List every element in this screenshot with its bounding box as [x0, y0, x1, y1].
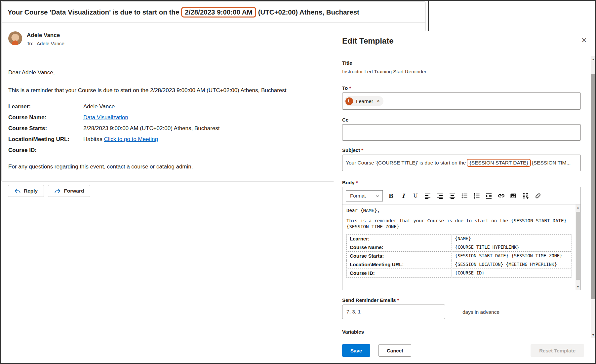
- to-label: To:: [27, 41, 33, 46]
- underline-icon[interactable]: U: [412, 192, 419, 200]
- dialog-scrollbar[interactable]: ▲ ▼: [591, 56, 596, 338]
- table-row: Location\Meeting URL:{SESSION LOCATION} …: [347, 260, 572, 269]
- meeting-link[interactable]: Click to go to Meeting: [104, 136, 158, 142]
- indent-icon[interactable]: [485, 192, 493, 200]
- required-asterisk: *: [356, 180, 358, 185]
- forward-icon: [54, 188, 61, 194]
- chip-avatar: L: [345, 97, 353, 105]
- recipient-line: To:Adele Vance: [27, 41, 64, 46]
- table-row: Course Starts:{SESSION START DATE} {SESS…: [347, 252, 572, 260]
- scroll-down-icon[interactable]: ▼: [591, 333, 596, 337]
- body-editor: Format B I U Dear {NAME}, This is a: [342, 187, 581, 290]
- reminder-days-input[interactable]: 7, 3, 1: [342, 305, 445, 319]
- avatar: [8, 31, 22, 45]
- required-asterisk: *: [349, 85, 351, 91]
- template-greeting: Dear {NAME},: [346, 208, 571, 214]
- scroll-up-icon[interactable]: ▲: [591, 57, 596, 61]
- reminder-suffix: days in advance: [462, 309, 499, 315]
- sender-name: Adele Vance: [27, 31, 64, 39]
- align-center-icon[interactable]: [448, 192, 456, 200]
- subject-post: (UTC+02:00) Athens, Bucharest: [258, 8, 359, 16]
- table-row: Learner:{NAME}: [347, 234, 572, 243]
- scroll-down-icon[interactable]: ▼: [576, 284, 580, 289]
- save-button[interactable]: Save: [342, 344, 370, 357]
- cc-field-label: Cc: [342, 117, 348, 123]
- pane-divider-line: [428, 1, 429, 31]
- template-intro: This is a reminder that your Course is d…: [346, 218, 570, 230]
- template-table: Learner:{NAME} Course Name:{COURSE TITLE…: [346, 234, 572, 278]
- image-icon[interactable]: [509, 192, 517, 200]
- subject-template-highlight: {SESSION START DATE}: [467, 159, 531, 167]
- format-dropdown[interactable]: Format: [346, 190, 383, 201]
- forward-button[interactable]: Forward: [48, 185, 90, 197]
- italic-icon[interactable]: I: [399, 192, 407, 200]
- reply-icon: [14, 188, 21, 194]
- scroll-up-icon[interactable]: ▲: [576, 205, 580, 210]
- subject-template-post: {SESSION TIM...: [532, 160, 571, 166]
- body-field-label: Body*: [342, 180, 358, 185]
- editor-content[interactable]: Dear {NAME}, This is a reminder that you…: [342, 204, 580, 290]
- dialog-scrollbar-thumb[interactable]: [591, 74, 595, 299]
- recipient-chip-learner[interactable]: L Learner ×: [344, 96, 383, 106]
- table-row: Course Name:{COURSE TITLE HYPERLINK}: [347, 243, 572, 251]
- cancel-button[interactable]: Cancel: [378, 344, 411, 357]
- to-field-label: To*: [342, 85, 351, 91]
- email-actions: Reply Forward: [8, 185, 90, 197]
- chevron-down-icon: [376, 193, 379, 199]
- required-asterisk: *: [397, 297, 399, 303]
- title-field-value: Instructor-Led Training Start Reminder: [342, 69, 426, 74]
- edit-template-dialog: Edit Template × Title Instructor-Led Tra…: [334, 31, 596, 364]
- variables-label: Variables: [342, 329, 364, 335]
- editor-scrollbar-thumb[interactable]: [576, 212, 580, 280]
- close-icon[interactable]: ×: [579, 35, 589, 46]
- course-name-link[interactable]: Data Visualization: [83, 114, 128, 121]
- align-left-icon[interactable]: [424, 192, 432, 200]
- editor-toolbar: Format B I U: [342, 187, 580, 204]
- editor-scrollbar[interactable]: ▲ ▼: [576, 204, 580, 290]
- table-row: Course ID:{COURSE ID}: [347, 269, 572, 277]
- dialog-title: Edit Template: [342, 36, 394, 46]
- required-asterisk: *: [361, 147, 363, 153]
- to-value: Adele Vance: [37, 41, 64, 46]
- reset-template-button[interactable]: Reset Template: [531, 344, 584, 357]
- title-field-label: Title: [342, 60, 352, 66]
- reply-button[interactable]: Reply: [8, 185, 44, 197]
- email-subject-header: Your Course 'Data Visualization' is due …: [2, 2, 425, 23]
- bold-icon[interactable]: B: [387, 192, 395, 200]
- subject-input[interactable]: Your Course '{COURSE TITLE}' is due to s…: [342, 155, 581, 171]
- to-input[interactable]: L Learner ×: [342, 92, 581, 110]
- subject-field-label: Subject*: [342, 147, 363, 153]
- subject-pre: Your Course 'Data Visualization' is due …: [8, 8, 179, 16]
- subject-template-pre: Your Course '{COURSE TITLE}' is due to s…: [346, 160, 466, 166]
- cc-input[interactable]: [342, 124, 581, 141]
- chip-remove-icon[interactable]: ×: [377, 98, 380, 104]
- align-right-icon[interactable]: [436, 192, 444, 200]
- numbered-list-icon[interactable]: [473, 192, 481, 200]
- bullet-list-icon[interactable]: [460, 192, 468, 200]
- table-icon[interactable]: [522, 192, 530, 200]
- eraser-icon[interactable]: [534, 192, 542, 200]
- screen: Your Course 'Data Visualization' is due …: [0, 0, 596, 364]
- subject-date-highlight: 2/28/2023 9:00:00 AM: [181, 7, 256, 18]
- reminder-field-label: Send Reminder Emails*: [342, 297, 399, 303]
- link-icon[interactable]: [497, 192, 505, 200]
